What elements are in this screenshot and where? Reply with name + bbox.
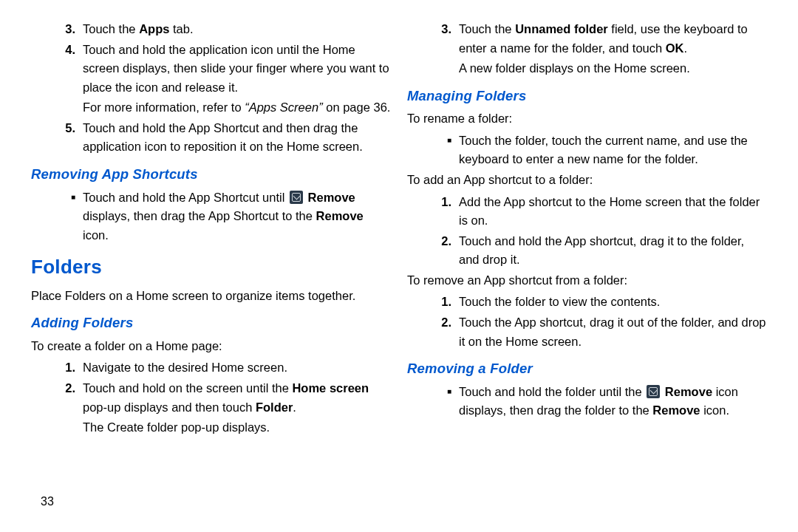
step-3: 3. Touch the Apps tab. [31,20,391,39]
adding-intro: To create a folder on a Home page: [31,337,391,356]
step-4: 4. Touch and hold the application icon u… [31,41,391,98]
step-number: 1. [431,293,451,312]
step-text: Touch the App shortcut, drag it out of t… [459,313,767,351]
add-step-2: 2. Touch and hold on the screen until th… [31,379,391,417]
add-step-2-note: The Create folder pop-up displays. [83,418,391,437]
addshort-step-2: 2. Touch and hold the App shortcut, drag… [407,232,767,270]
step-text: Touch the Unnamed folder field, use the … [459,20,767,58]
step-number: 1. [431,193,451,231]
bullet-marker: ■ [431,132,451,169]
step-text: Touch the Apps tab. [83,20,391,39]
step-text: Touch and hold on the screen until the H… [83,379,391,417]
step-number: 3. [431,20,451,58]
add-step-1: 1. Navigate to the desired Home screen. [31,358,391,378]
heading-managing-folders: Managing Folders [407,86,767,107]
bullet-text: Touch the folder, touch the current name… [459,132,767,169]
remshort-step-1: 1. Touch the folder to view the contents… [407,293,767,312]
step-number: 2. [55,379,75,417]
rename-intro: To rename a folder: [407,109,767,129]
step-number: 3. [55,20,75,39]
step-4-note: For more information, refer to “Apps Scr… [83,98,391,117]
bullet-text: Touch and hold the App Shortcut until Re… [83,188,391,245]
step-text: Touch and hold the application icon unti… [83,41,391,98]
step-number: 4. [55,41,75,98]
step-text: Touch the folder to view the contents. [459,293,767,312]
step-text: Touch and hold the App shortcut, drag it… [459,232,767,270]
heading-adding-folders: Adding Folders [31,313,391,334]
bullet-marker: ■ [431,383,451,420]
left-column: 3. Touch the Apps tab. 4. Touch and hold… [31,18,391,517]
remove-icon [647,385,660,398]
step-number: 2. [431,232,451,270]
bullet-marker: ■ [55,188,75,245]
right-column: 3. Touch the Unnamed folder field, use t… [407,18,767,517]
step-number: 5. [55,119,75,157]
step-text: Add the App shortcut to the Home screen … [459,193,767,231]
remshort-step-2: 2. Touch the App shortcut, drag it out o… [407,313,767,351]
step-number: 2. [431,313,451,351]
bullet-text: Touch and hold the folder until the Remo… [459,383,767,420]
addshort-step-1: 1. Add the App shortcut to the Home scre… [407,193,767,231]
bullet-remove-folder: ■ Touch and hold the folder until the Re… [407,383,767,420]
step-5: 5. Touch and hold the App Shortcut and t… [31,119,391,157]
remshort-intro: To remove an App shortcut from a folder: [407,271,767,290]
bullet-remove-shortcut: ■ Touch and hold the App Shortcut until … [31,188,391,245]
remove-icon [290,191,303,204]
heading-removing-shortcuts: Removing App Shortcuts [31,164,391,185]
manual-page: 3. Touch the Apps tab. 4. Touch and hold… [0,0,798,532]
heading-removing-folder: Removing a Folder [407,358,767,380]
addshort-intro: To add an App shortcut to a folder: [407,171,767,190]
step-text: Touch and hold the App Shortcut and then… [83,119,391,157]
add-step-3: 3. Touch the Unnamed folder field, use t… [407,20,767,58]
step-text: Navigate to the desired Home screen. [83,358,391,378]
heading-folders: Folders [31,252,391,282]
add-step-3-note: A new folder displays on the Home screen… [459,59,767,78]
folders-intro: Place Folders on a Home screen to organi… [31,287,391,306]
step-number: 1. [55,358,75,378]
bullet-rename: ■ Touch the folder, touch the current na… [407,132,767,169]
page-number: 33 [41,493,54,511]
